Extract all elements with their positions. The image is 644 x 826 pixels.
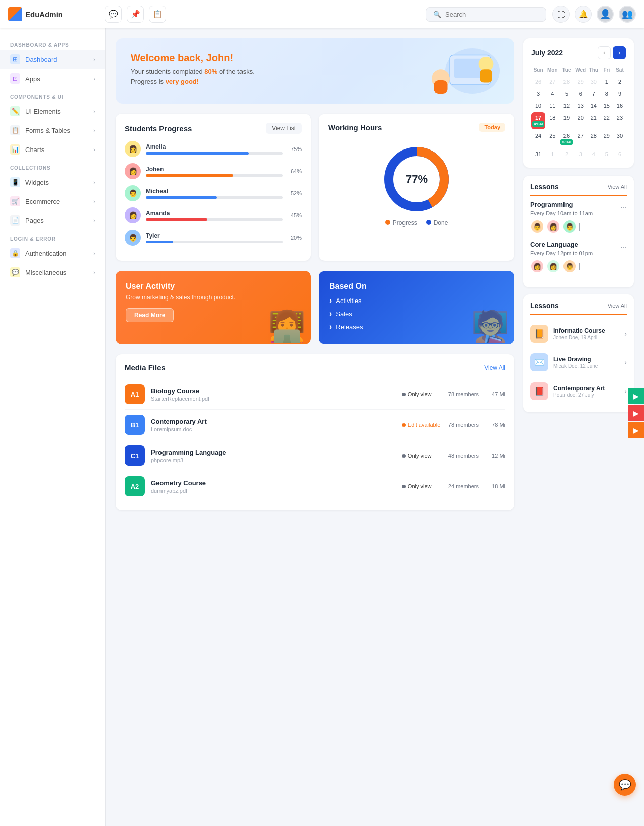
calendar-next-button[interactable]: ›	[613, 46, 626, 59]
cal-day[interactable]: 24	[531, 130, 545, 147]
cal-day[interactable]: 6	[575, 88, 587, 99]
sidebar-item-authentication[interactable]: 🔒 Authentication ›	[0, 244, 105, 263]
cal-day[interactable]: 5	[601, 148, 613, 160]
lesson-dots[interactable]: ...	[620, 241, 627, 249]
chevron-right-icon: ›	[624, 387, 627, 395]
avatar-group[interactable]: 👥	[619, 6, 636, 23]
calendar-prev-button[interactable]: ‹	[598, 46, 611, 59]
chevron-right-icon: ›	[93, 56, 95, 62]
banner-cards: User Activity Grow marketing & sales thr…	[116, 271, 514, 344]
sidebar-item-dashboard[interactable]: ⊞ Dashboard ›	[0, 50, 105, 69]
sidebar-item-ui-elements[interactable]: ✏️ UI Elements ›	[0, 102, 105, 121]
side-extra-btn-red[interactable]: ▶	[628, 405, 644, 421]
cal-day[interactable]: 18	[546, 112, 558, 129]
cal-day[interactable]: 10	[531, 100, 545, 111]
cal-day[interactable]: 4	[588, 148, 600, 160]
chevron-right-icon: ›	[93, 146, 95, 153]
sidebar-label-apps: Apps	[25, 75, 40, 83]
cal-day[interactable]: 15	[601, 100, 613, 111]
view-list-button[interactable]: View List	[266, 123, 302, 134]
cal-day[interactable]: 14	[588, 100, 600, 111]
cal-day[interactable]: 26	[531, 76, 545, 87]
side-extra-btn-green[interactable]: ▶	[628, 388, 644, 404]
float-action-button[interactable]: 💬	[614, 774, 636, 796]
cal-day[interactable]: 2	[559, 148, 573, 160]
cal-day[interactable]: 1	[546, 148, 558, 160]
cal-day[interactable]: 4	[546, 88, 558, 99]
chat-icon-btn[interactable]: 💬	[105, 6, 122, 23]
cal-day[interactable]: 27	[575, 130, 587, 147]
cal-day[interactable]: 5	[559, 88, 573, 99]
student-avatar: 👩	[125, 163, 141, 179]
donut-chart-wrap: 77% Progress Done	[328, 139, 505, 227]
cal-day[interactable]: 7	[588, 88, 600, 99]
media-row: A1 Biology Course StarterReplacement.pdf…	[125, 379, 505, 410]
app-name: EduAdmin	[25, 10, 63, 19]
cal-day[interactable]: 30	[588, 76, 600, 87]
cal-day[interactable]: 20	[575, 112, 587, 129]
progress-bar-fill	[146, 196, 217, 199]
sidebar-item-ecommerce[interactable]: 🛒 Ecommerce ›	[0, 192, 105, 211]
cal-day[interactable]: 6	[614, 148, 626, 160]
cal-day[interactable]: 28	[559, 76, 573, 87]
cal-day[interactable]: 23	[614, 112, 626, 129]
progress-bar-bg	[146, 196, 283, 199]
read-more-button[interactable]: Read More	[126, 308, 174, 322]
side-extra-btn-orange[interactable]: ▶	[628, 422, 644, 438]
pin-icon-btn[interactable]: 📌	[127, 6, 144, 23]
cal-day[interactable]: 27	[546, 76, 558, 87]
cal-day[interactable]: 22	[601, 112, 613, 129]
sidebar-item-apps[interactable]: ⊡ Apps ›	[0, 69, 105, 88]
lesson-list-item[interactable]: ✉️ Live Drawing Micak Doe, 12 June ›	[530, 348, 627, 377]
media-name: Contemporary Art	[151, 418, 396, 425]
cal-day-today[interactable]: 174:04i	[531, 112, 545, 129]
cal-day[interactable]: 30	[614, 130, 626, 147]
cal-day[interactable]: 31	[531, 148, 545, 160]
cal-day[interactable]: 21	[588, 112, 600, 129]
cal-day[interactable]: 29	[601, 130, 613, 147]
search-input[interactable]	[445, 11, 526, 18]
avatar[interactable]: 👤	[597, 6, 614, 23]
cal-day[interactable]: 12	[559, 100, 573, 111]
working-hours-title: Working Hours	[328, 123, 382, 132]
sidebar-item-charts[interactable]: 📊 Charts ›	[0, 140, 105, 159]
today-badge[interactable]: Today	[479, 123, 505, 132]
cal-day[interactable]: 25	[546, 130, 558, 147]
lesson-dots[interactable]: ...	[620, 201, 627, 209]
ecommerce-icon: 🛒	[10, 196, 20, 206]
sidebar-item-pages[interactable]: 📄 Pages ›	[0, 211, 105, 230]
media-files-title: Media Files	[125, 363, 166, 372]
cal-day[interactable]: 2	[614, 76, 626, 87]
cal-day[interactable]: 3	[531, 88, 545, 99]
sidebar-item-forms-tables[interactable]: 📋 Forms & Tables ›	[0, 121, 105, 140]
cal-day[interactable]: 1	[601, 76, 613, 87]
media-name: Geometry Course	[151, 479, 396, 487]
lesson-list-meta: Johen Doe, 19 April	[553, 335, 619, 340]
sidebar-item-widgets[interactable]: 📱 Widgets ›	[0, 173, 105, 192]
student-info: Amanda	[146, 210, 283, 221]
view-all-link[interactable]: View All	[608, 184, 627, 190]
cal-day[interactable]: 19	[559, 112, 573, 129]
cal-day[interactable]: 29	[575, 76, 587, 87]
media-name: Biology Course	[151, 387, 396, 395]
view-all-link2[interactable]: View All	[608, 303, 627, 309]
lesson-list-item[interactable]: 📙 Informatic Course Johen Doe, 19 April …	[530, 320, 627, 348]
cal-day[interactable]: 8	[601, 88, 613, 99]
cal-day[interactable]: 3	[575, 148, 587, 160]
bell-icon[interactable]: 🔔	[575, 6, 592, 23]
media-files-header: Media Files View All	[125, 363, 505, 372]
lesson-list-item[interactable]: 📕 Contemporary Art Potar doe, 27 July ›	[530, 377, 627, 405]
sidebar-section-collections: COLLECTIONS	[0, 159, 105, 173]
fullscreen-icon[interactable]: ⛶	[552, 6, 570, 23]
cal-day[interactable]: 9	[614, 88, 626, 99]
cal-day[interactable]: 16	[614, 100, 626, 111]
view-all-link[interactable]: View All	[484, 364, 505, 371]
sidebar-item-miscellaneous[interactable]: 💬 Miscellaneous ›	[0, 263, 105, 282]
clipboard-icon-btn[interactable]: 📋	[149, 6, 166, 23]
cal-day[interactable]: 11	[546, 100, 558, 111]
lesson-more: |	[579, 222, 581, 231]
student-pct: 75%	[288, 146, 302, 152]
cal-day[interactable]: 13	[575, 100, 587, 111]
cal-day[interactable]: 266:04i	[559, 130, 573, 147]
cal-day[interactable]: 28	[588, 130, 600, 147]
